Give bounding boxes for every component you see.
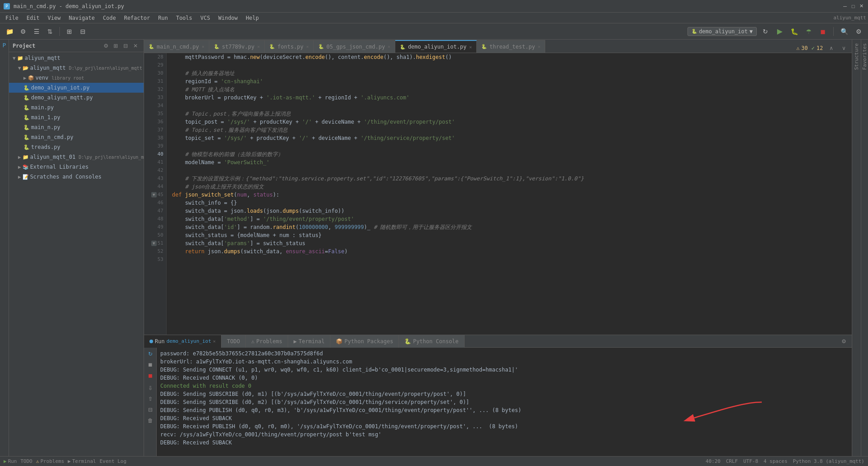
run-config-selector[interactable]: 🐍 demo_aliyun_iot ▼ bbox=[687, 27, 757, 36]
cursor-position[interactable]: 40:20 bbox=[705, 458, 720, 464]
bottom-tab-terminal[interactable]: ▶ Terminal bbox=[288, 335, 330, 348]
project-icon[interactable]: P bbox=[1, 41, 8, 49]
run-button[interactable]: ▶ bbox=[774, 26, 786, 37]
maximize-button[interactable]: □ bbox=[850, 3, 856, 9]
run-stop-button[interactable]: ⏹ bbox=[146, 360, 155, 369]
run-status[interactable]: ▶ Run bbox=[4, 458, 17, 464]
problems-status[interactable]: ⚠ Problems bbox=[36, 458, 64, 464]
fold-button-45[interactable]: ▼ bbox=[151, 192, 157, 197]
console-output[interactable]: password: e782b5e55b37655c27812a60c307b0… bbox=[157, 348, 852, 448]
favorites-label[interactable]: Favorites bbox=[862, 43, 868, 70]
menu-help[interactable]: Help bbox=[242, 14, 262, 22]
settings-main-button[interactable]: ⚙ bbox=[853, 26, 864, 37]
structure-label[interactable]: Structure bbox=[854, 43, 859, 70]
bottom-tab-run-close[interactable]: ✕ bbox=[213, 339, 216, 344]
bottom-tab-problems[interactable]: ⚠ Problems bbox=[246, 335, 288, 348]
run-scroll-up-button[interactable]: ⇧ bbox=[146, 394, 155, 403]
tab-close-6[interactable]: ✕ bbox=[538, 44, 540, 49]
menu-window[interactable]: Window bbox=[215, 14, 241, 22]
event-log-status[interactable]: Event Log bbox=[99, 458, 127, 464]
tab-close-4[interactable]: ✕ bbox=[388, 44, 390, 49]
run-restart-button[interactable]: ↻ bbox=[146, 350, 155, 358]
expand-button[interactable]: ⊞ bbox=[63, 26, 75, 37]
settings-button[interactable]: ⚙ bbox=[17, 26, 29, 37]
code-line-29 bbox=[168, 61, 850, 69]
tab-st7789v[interactable]: 🐍 st7789v.py ✕ bbox=[209, 40, 265, 53]
line-ending[interactable]: CRLF bbox=[726, 458, 738, 464]
collapse-button[interactable]: ⊟ bbox=[77, 26, 89, 37]
tab-close-2[interactable]: ✕ bbox=[257, 44, 260, 49]
encoding[interactable]: UTF-8 bbox=[743, 458, 758, 464]
run-kill-button[interactable]: ◼ bbox=[146, 371, 155, 380]
search-button[interactable]: 🔍 bbox=[838, 26, 850, 37]
code-line-52: return json.dumps(switch_data, ensure_as… bbox=[168, 247, 850, 255]
menu-navigate[interactable]: Navigate bbox=[65, 14, 99, 22]
bottom-tab-run[interactable]: Run demo_aliyun_iot ✕ bbox=[144, 335, 222, 348]
fold-button-51[interactable]: ▼ bbox=[151, 241, 157, 246]
minimize-button[interactable]: ─ bbox=[842, 3, 848, 9]
tree-main-n[interactable]: 🐍 main_n.py bbox=[9, 122, 144, 132]
tree-main[interactable]: 🐍 main.py bbox=[9, 103, 144, 112]
collapse-editor-button[interactable]: ∨ bbox=[839, 44, 848, 53]
tab-thread-test[interactable]: 🐍 thread_test.py ✕ bbox=[477, 40, 545, 53]
tab-demo-aliyun-iot[interactable]: 🐍 demo_aliyun_iot.py ✕ bbox=[395, 40, 477, 53]
tree-demo-aliyun-mqtt[interactable]: 🐍 demo_aliyun_mqtt.py bbox=[9, 93, 144, 103]
menu-view[interactable]: View bbox=[44, 14, 64, 22]
python-version[interactable]: Python 3.8 (aliyun_mqtt) bbox=[793, 458, 864, 464]
warning-indicator[interactable]: ⚠ 30 bbox=[796, 45, 808, 51]
tab-main-n-cmd[interactable]: 🐍 main_n_cmd.py ✕ bbox=[144, 40, 209, 53]
project-view-button[interactable]: 📁 bbox=[4, 26, 15, 37]
expand-editor-button[interactable]: ∧ bbox=[827, 44, 836, 53]
terminal-status[interactable]: ▶ Terminal bbox=[68, 458, 96, 464]
menu-refactor[interactable]: Refactor bbox=[120, 14, 154, 22]
run-delete-button[interactable]: 🗑 bbox=[146, 416, 155, 425]
run-scroll-end-button[interactable]: ⇩ bbox=[146, 384, 155, 393]
debug-button[interactable]: 🐛 bbox=[788, 26, 800, 37]
code-line-38: topic_set = '/sys/' + productKey + '/' +… bbox=[168, 134, 850, 142]
panel-settings-button[interactable]: ⚙ bbox=[101, 41, 110, 50]
menu-edit[interactable]: Edit bbox=[23, 14, 43, 22]
tree-treads[interactable]: 🐍 treads.py bbox=[9, 142, 144, 152]
tab-gps-json[interactable]: 🐍 05_gps_json_cmd.py ✕ bbox=[314, 40, 395, 53]
panel-collapse-button[interactable]: ⊟ bbox=[121, 41, 130, 50]
coverage-button[interactable]: ☂ bbox=[803, 26, 814, 37]
tab-close-5[interactable]: ✕ bbox=[469, 45, 472, 49]
tree-root[interactable]: ▼ 📁 aliyun_mqtt bbox=[9, 53, 144, 63]
menu-run[interactable]: Run bbox=[154, 14, 172, 22]
tab-close-3[interactable]: ✕ bbox=[306, 44, 309, 49]
tab-close-1[interactable]: ✕ bbox=[202, 44, 204, 49]
code-line-43: # 下发的设置报文示例：{"method":"thing.service.pro… bbox=[168, 175, 850, 183]
bottom-tab-todo[interactable]: TODO bbox=[222, 335, 246, 348]
tree-venv[interactable]: ▶ 📦 venv library root bbox=[9, 73, 144, 83]
tab-fonts[interactable]: 🐍 fonts.py ✕ bbox=[265, 40, 314, 53]
tree-aliyun-mqtt-01[interactable]: ▶ 📁 aliyun_mqtt_01 D:\py_prj\learn\aliyu… bbox=[9, 152, 144, 162]
indentation[interactable]: 4 spaces bbox=[764, 458, 787, 464]
tree-main-n-cmd[interactable]: 🐍 main_n_cmd.py bbox=[9, 132, 144, 142]
menu-code[interactable]: Code bbox=[99, 14, 120, 22]
panel-expand-button[interactable]: ⊞ bbox=[111, 41, 120, 50]
tree-external-libraries[interactable]: ▶ 📚 External Libraries bbox=[9, 162, 144, 172]
line-33: 33 bbox=[158, 94, 163, 102]
code-line-51: switch_data['params'] = switch_status bbox=[168, 239, 850, 247]
stop-button[interactable]: ◼ bbox=[817, 26, 829, 37]
tree-project-folder[interactable]: ▼ 📂 aliyun_mqtt D:\py_prj\learn\aliyun_m… bbox=[9, 63, 144, 73]
bottom-tab-python-packages[interactable]: 📦 Python Packages bbox=[330, 335, 399, 348]
todo-status[interactable]: TODO bbox=[21, 458, 33, 464]
tree-demo-aliyun-iot[interactable]: 🐍 demo_aliyun_iot.py bbox=[9, 83, 144, 93]
check-indicator[interactable]: ✓ 12 bbox=[811, 45, 823, 51]
menu-tools[interactable]: Tools bbox=[172, 14, 196, 22]
bottom-tab-python-console[interactable]: 🐍 Python Console bbox=[399, 335, 464, 348]
menu-file[interactable]: File bbox=[2, 14, 22, 22]
tree-main-1[interactable]: 🐍 main_1.py bbox=[9, 112, 144, 122]
run-filter-button[interactable]: ⊟ bbox=[146, 405, 155, 414]
sort-button[interactable]: ⇅ bbox=[44, 26, 56, 37]
panel-close-button[interactable]: ✕ bbox=[131, 41, 140, 50]
sync-button[interactable]: ↻ bbox=[760, 26, 771, 37]
line-50: 50 bbox=[158, 231, 163, 239]
bottom-settings-button[interactable]: ⚙ bbox=[839, 337, 848, 346]
code-area[interactable]: mqttPassword = hmac.new(deviceSecret.enc… bbox=[167, 53, 852, 335]
menu-vcs[interactable]: VCS bbox=[197, 14, 214, 22]
list-button[interactable]: ☰ bbox=[31, 26, 42, 37]
tree-scratches[interactable]: ▶ 📝 Scratches and Consoles bbox=[9, 172, 144, 182]
close-button[interactable]: ✕ bbox=[858, 3, 864, 9]
